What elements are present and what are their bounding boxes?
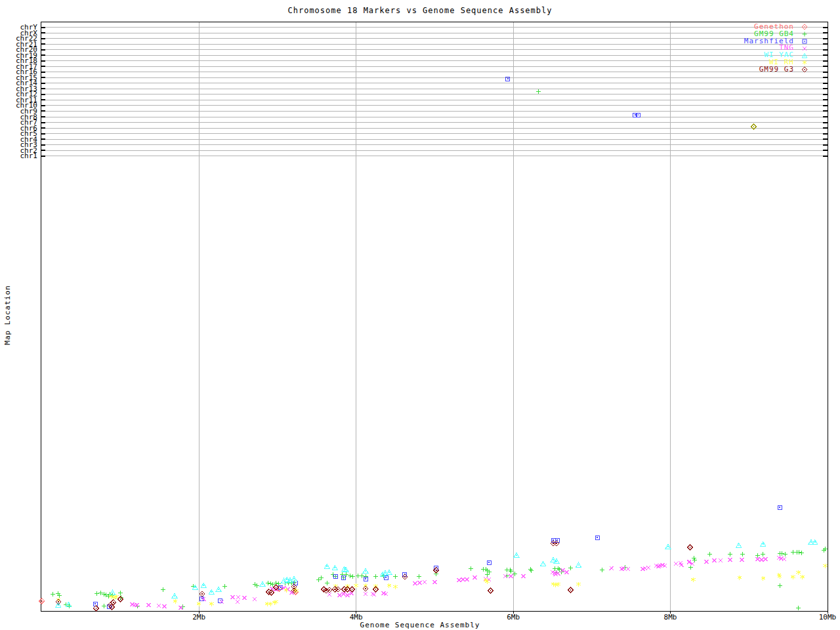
- point-marshfield: [93, 602, 97, 606]
- point-wi-rh: [268, 602, 272, 606]
- point-gm99-gb4: [707, 552, 712, 556]
- point-tng: [147, 603, 151, 607]
- point-gm99-gb4: [568, 566, 573, 570]
- legend-label: GM99 G3: [759, 66, 794, 74]
- point-wi-rh: [265, 602, 269, 606]
- point-wi-rh: [791, 575, 795, 579]
- point-wi-yac: [736, 543, 742, 547]
- point-wi-yac: [201, 583, 207, 587]
- point-wi-rh: [284, 588, 288, 593]
- point-unlabeled: [751, 124, 757, 129]
- legend-item-gm99-g3: GM99 G3: [744, 66, 815, 74]
- point-wi-yac: [812, 539, 818, 544]
- point-tng: [782, 557, 786, 561]
- point-wi-rh: [364, 583, 368, 588]
- point-tng: [705, 560, 709, 564]
- point-wi-yac: [260, 581, 265, 586]
- point-wi-rh: [354, 583, 358, 588]
- point-gm99-gb4: [796, 606, 801, 610]
- point-gm99-gb4: [56, 591, 60, 596]
- point-gm99-g3: [554, 541, 559, 546]
- point-gm99-gb4: [373, 574, 378, 579]
- point-gm99-gb4: [417, 574, 421, 579]
- point-gm99-gb4: [778, 583, 782, 588]
- plot-area: [0, 0, 840, 630]
- point-gm99-gb4: [600, 568, 604, 572]
- point-tng: [231, 595, 235, 599]
- point-marshfield: [778, 505, 782, 509]
- point-gm99-gb4: [325, 581, 329, 585]
- diamond-marker-icon: [794, 66, 815, 74]
- point-wi-yac: [172, 593, 177, 598]
- point-genethon: [39, 598, 45, 604]
- point-gm99-gb4: [118, 591, 123, 595]
- point-gm99-gb4: [51, 592, 55, 597]
- point-wi-rh: [209, 602, 213, 606]
- point-tng: [423, 580, 427, 584]
- point-gm99-gb4: [791, 550, 795, 555]
- point-tng: [472, 576, 476, 579]
- point-wi-yac: [761, 541, 766, 546]
- point-tng: [759, 558, 763, 562]
- point-gm99-gb4: [266, 581, 270, 585]
- point-wi-yac: [216, 587, 221, 591]
- point-tng: [163, 604, 167, 608]
- point-tng: [457, 578, 461, 582]
- point-wi-rh: [797, 570, 801, 575]
- point-marshfield: [506, 77, 510, 81]
- point-tng: [157, 604, 161, 608]
- point-gm99-gb4: [469, 566, 473, 571]
- point-wi-rh: [823, 564, 827, 568]
- point-tng: [740, 558, 744, 562]
- point-wi-rh: [374, 584, 378, 589]
- point-tng: [522, 574, 526, 578]
- point-gm99-gb4: [783, 552, 788, 556]
- point-gm99-gb4: [316, 578, 321, 582]
- point-tng: [413, 581, 417, 585]
- point-gm99-gb4: [434, 572, 438, 576]
- point-wi-rh: [738, 576, 742, 580]
- point-tng: [713, 558, 717, 562]
- point-gm99-gb4: [505, 574, 509, 578]
- point-wi-rh: [173, 599, 177, 604]
- point-tng: [509, 574, 513, 578]
- legend: GenethonGM99 GB4MarshfieldTNGWI YACWI RH…: [744, 24, 815, 74]
- point-gm99-gb4: [102, 604, 106, 608]
- point-tng: [236, 595, 240, 599]
- point-wi-yac: [333, 565, 338, 570]
- point-gm99-gb4: [799, 551, 804, 555]
- point-marshfield: [487, 560, 491, 564]
- point-tng: [565, 570, 569, 574]
- point-gm99-gb4: [94, 591, 99, 596]
- point-gm99-g3: [688, 545, 693, 550]
- point-tng: [243, 596, 247, 600]
- point-gm99-gb4: [268, 581, 273, 586]
- point-gm99-g3: [568, 587, 574, 593]
- point-tng: [327, 593, 331, 597]
- point-tng: [338, 593, 342, 597]
- point-wi-yac: [665, 544, 671, 549]
- point-wi-rh: [387, 583, 391, 588]
- point-gm99-g3: [200, 591, 205, 597]
- point-wi-yac: [576, 562, 581, 567]
- x-axis-label: Genome Sequence Assembly: [0, 621, 840, 629]
- point-wi-yac: [209, 589, 215, 594]
- point-gm99-gb4: [755, 553, 760, 558]
- point-wi-yac: [387, 570, 392, 574]
- point-gm99-gb4: [780, 551, 784, 556]
- point-gm99-g3: [332, 587, 337, 592]
- point-tng: [461, 578, 465, 581]
- point-gm99-gb4: [728, 552, 732, 556]
- point-wi-rh: [393, 585, 397, 589]
- point-wi-rh: [691, 578, 695, 582]
- point-tng: [342, 592, 346, 596]
- point-wi-yac: [363, 568, 368, 573]
- point-gm99-gb4: [364, 574, 368, 579]
- point-tng: [236, 600, 240, 604]
- point-wi-rh: [761, 576, 765, 581]
- point-tng: [755, 557, 759, 561]
- point-wi-yac: [541, 561, 546, 566]
- point-wi-rh: [801, 575, 805, 579]
- point-wi-rh: [576, 582, 580, 587]
- point-tng: [135, 603, 139, 607]
